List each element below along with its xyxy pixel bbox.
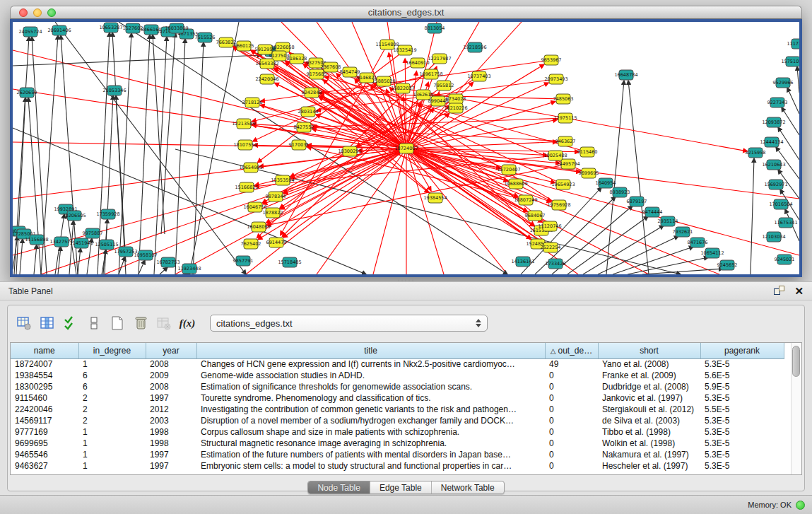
tab-network-table[interactable]: Network Table: [432, 481, 504, 493]
dropdown-arrows-icon: [476, 319, 481, 327]
network-edge: [139, 35, 150, 274]
column-header[interactable]: △out_de…: [545, 343, 598, 358]
cell: Wolkin et al. (1998): [598, 438, 700, 449]
network-node-label: 12505115: [95, 242, 118, 247]
table-select-value: citations_edges.txt: [216, 318, 476, 329]
cell: 5.5E-5: [700, 404, 784, 415]
column-header[interactable]: in_degree: [78, 343, 146, 358]
window-titlebar[interactable]: citations_edges.txt: [10, 6, 802, 19]
column-header[interactable]: short: [598, 343, 700, 358]
network-node-label: 15692971: [764, 182, 787, 187]
network-edge: [797, 66, 799, 93]
window-title: citations_edges.txt: [11, 6, 801, 19]
delete-column-icon[interactable]: [130, 313, 151, 334]
network-node-label: 17359928: [96, 211, 119, 217]
cell: 0: [545, 404, 598, 415]
cell: Yano et al. (2008): [598, 358, 700, 370]
column-header[interactable]: title: [196, 343, 545, 358]
table-row[interactable]: 1830029562008Estimation of significance …: [11, 381, 784, 392]
table-row[interactable]: 2242004622012Investigating the contribut…: [11, 404, 784, 415]
table-row[interactable]: 1938455462009Genome-wide association stu…: [11, 370, 784, 381]
table-row[interactable]: 946362711997Embryonic stem cells: a mode…: [11, 460, 784, 472]
table-select-dropdown[interactable]: citations_edges.txt: [210, 315, 488, 332]
network-node-label: 7515526: [195, 35, 216, 40]
status-bar: Memory: OK: [0, 495, 812, 514]
network-node-label: 9660125: [234, 43, 254, 49]
network-node-label: 18807249: [514, 197, 537, 203]
table-row[interactable]: 977716911998Corpus callosum shape and si…: [11, 426, 784, 438]
row-height-icon[interactable]: [83, 313, 105, 334]
delete-table-icon[interactable]: [153, 313, 175, 334]
network-node-label: 16048099: [247, 224, 270, 230]
column-header[interactable]: year: [146, 343, 196, 358]
network-node-label: 11451948: [69, 240, 93, 246]
select-all-icon[interactable]: [60, 313, 81, 334]
network-node-label: 22420046: [255, 76, 278, 82]
tab-node-table[interactable]: Node Table: [308, 481, 370, 493]
table-row[interactable]: 911546021997Tourette syndrome. Phenomeno…: [11, 392, 784, 404]
cell: 2003: [146, 415, 196, 426]
close-window-button[interactable]: [19, 8, 28, 17]
network-node-label: 9474444: [642, 209, 663, 215]
network-node-label: 1733426: [546, 261, 566, 267]
memory-status-label: Memory: OK: [748, 501, 792, 509]
network-edge: [567, 216, 648, 274]
network-node-label: 8427552: [294, 124, 314, 130]
cell: Embryonic stem cells: a model to study s…: [196, 460, 545, 472]
network-node-label: 9245021: [775, 257, 795, 262]
cell: 1997: [146, 460, 196, 472]
close-panel-icon[interactable]: ✕: [794, 286, 804, 296]
cell: 1: [78, 426, 146, 438]
table-settings-icon[interactable]: [13, 313, 35, 334]
cell: 0: [545, 426, 598, 438]
network-edge: [787, 88, 799, 114]
cell: Nakamura et al. (1997): [598, 449, 700, 460]
cell: 9465546: [11, 449, 78, 460]
table-scrollbar-thumb[interactable]: [792, 346, 800, 377]
cell: Stergiakouli et al. (2012): [598, 404, 700, 415]
node-table: namein_degreeyeartitle△out_de…shortpager…: [10, 342, 802, 475]
network-node-label: 6914479: [266, 240, 287, 245]
network-node-label: 18300295: [338, 148, 361, 154]
minimize-window-button[interactable]: [33, 8, 42, 17]
network-canvas[interactable]: 2405572420691406106532871527602846616010…: [13, 22, 799, 274]
column-header[interactable]: name: [11, 343, 78, 358]
network-edge: [98, 33, 110, 274]
network-node-label: 2935114: [658, 218, 678, 224]
network-node-label: 14136141: [511, 259, 534, 264]
network-window: citations_edges.txt 24055724206914061065…: [10, 6, 802, 277]
network-node-label: 12444134: [760, 139, 783, 145]
network-node-label: 10958107: [134, 252, 157, 258]
cell: 14569117: [11, 415, 78, 426]
tab-edge-table[interactable]: Edge Table: [370, 481, 432, 493]
network-edge: [161, 33, 175, 234]
table-scrollbar[interactable]: [791, 343, 801, 474]
float-panel-icon[interactable]: [774, 286, 784, 296]
network-edge: [28, 98, 41, 274]
network-edge: [642, 269, 723, 274]
column-visibility-icon[interactable]: [37, 313, 58, 334]
function-builder-icon[interactable]: f(x): [177, 313, 198, 334]
table-row[interactable]: 946554611997Estimation of the future num…: [11, 449, 784, 460]
network-node-label: 20973493: [544, 76, 567, 82]
zoom-window-button[interactable]: [47, 8, 56, 17]
table-row[interactable]: 969969511998Structural magnetic resonanc…: [11, 438, 784, 449]
cell: Estimation of the future numbers of pati…: [196, 449, 545, 460]
network-edge: [406, 142, 557, 148]
network-node-label: 10653287: [99, 25, 122, 30]
network-node-label: 11154808: [375, 42, 399, 47]
new-table-icon[interactable]: [107, 313, 128, 334]
network-node-label: 20206505: [62, 213, 86, 218]
network-edge: [119, 33, 131, 274]
column-header[interactable]: pagerank: [700, 343, 784, 358]
network-node-label: 16648784: [614, 72, 637, 78]
table-panel-body: f(x) citations_edges.txt namein_degreeye…: [7, 305, 805, 491]
table-row[interactable]: 1456911722003Disruption of a novel membe…: [11, 415, 784, 426]
network-node-label: 7625402: [241, 241, 261, 247]
network-node-label: 12975115: [553, 115, 577, 121]
table-row[interactable]: 1872400712008Changes of HCN gene express…: [11, 358, 784, 370]
network-node-label: 10737403: [467, 74, 490, 79]
cell: 2008: [146, 381, 196, 392]
network-node-label: 8813054: [425, 25, 445, 31]
table-toolbar: f(x) citations_edges.txt: [8, 305, 804, 341]
